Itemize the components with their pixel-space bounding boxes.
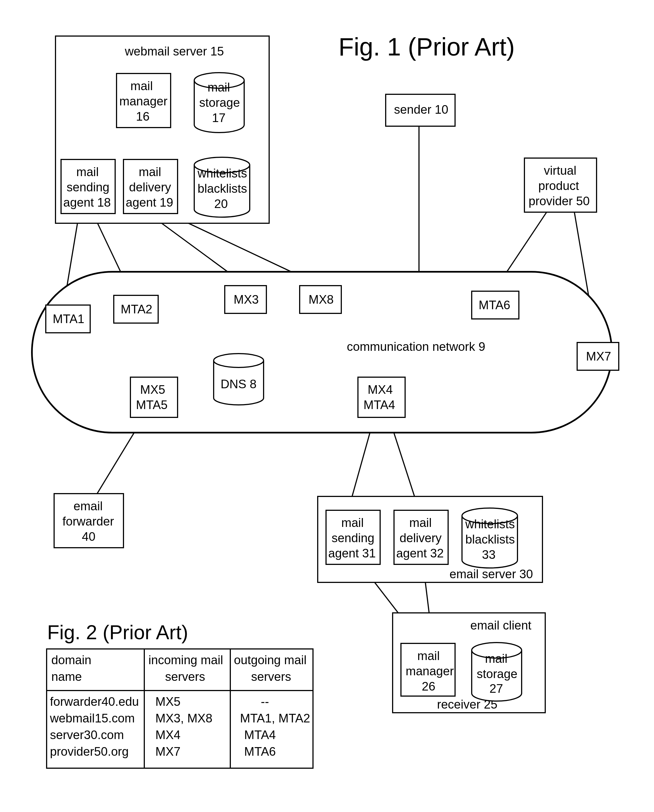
mta6-label: MTA6 (479, 298, 510, 312)
msa31-l3: agent 31 (328, 546, 376, 560)
mx4-l1: MX4 (368, 383, 393, 396)
mx8-label: MX8 (309, 293, 333, 306)
vpp50-l1: virtual (544, 163, 576, 177)
mda19-l3: agent 19 (126, 195, 173, 209)
msa31-l2: sending (332, 531, 374, 545)
tbl-r2c0: server30.com (50, 728, 124, 742)
fwd40-l2: forwarder (63, 514, 114, 528)
mx7-label: MX7 (586, 350, 611, 363)
wl20-l1: whitelists (197, 166, 247, 180)
wl20-l2: blacklists (197, 182, 247, 195)
mm16-l1: mail (130, 79, 153, 93)
mda32-l2: delivery (400, 531, 442, 545)
wl33-l1: whitelists (465, 517, 515, 531)
tbl-r1c2: MTA1, MTA2 (240, 711, 310, 725)
msa18-l3: agent 18 (63, 195, 111, 209)
mta2-label: MTA2 (121, 302, 152, 316)
wl20-l3: 20 (214, 197, 228, 211)
ms27-l3: 27 (489, 682, 503, 695)
ms17-l1: mail (208, 81, 230, 94)
comm-net-label: communication network 9 (347, 340, 485, 353)
mx5-l2: MTA5 (136, 398, 168, 412)
tbl-r0c1: MX5 (155, 695, 180, 708)
fwd40-l1: email (73, 499, 103, 513)
msa18-l1: mail (76, 165, 99, 179)
tbl-r2c2: MTA4 (244, 728, 276, 742)
mm16-l3: 16 (136, 110, 150, 123)
vpp50-l3: provider 50 (529, 194, 590, 208)
ms27-l2: storage (477, 667, 518, 681)
tbl-r0c0: forwarder40.edu (50, 695, 139, 708)
mta1-label: MTA1 (53, 312, 84, 325)
tbl-r3c2: MTA6 (244, 745, 276, 758)
mm26-l2: manager (406, 664, 454, 678)
mx3-label: MX3 (234, 293, 258, 306)
mx4-l2: MTA4 (364, 398, 395, 412)
mda32-l3: agent 32 (396, 546, 444, 560)
vpp50-l2: product (538, 179, 579, 192)
msa18-l2: sending (67, 180, 109, 194)
tbl-r3c1: MX7 (155, 745, 180, 758)
tbl-h3a: outgoing mail (234, 653, 307, 667)
tbl-h1a: domain (51, 653, 91, 667)
mm26-l3: 26 (422, 679, 435, 693)
tbl-h3b: servers (251, 670, 291, 683)
email-client-label: email client (470, 618, 531, 632)
diagram-canvas: Fig. 1 (Prior Art) webmail server 15 mai… (0, 0, 654, 812)
dns8-label: DNS 8 (221, 377, 257, 391)
mm16-l2: manager (119, 94, 168, 108)
wl33-l3: 33 (482, 548, 495, 561)
ms17-l3: 17 (212, 111, 226, 125)
tbl-r1c0: webmail15.com (50, 711, 135, 725)
sender-10-label: sender 10 (394, 102, 448, 116)
tbl-r0c2: -- (261, 695, 269, 708)
wl33-l2: blacklists (465, 533, 515, 546)
tbl-h2b: servers (165, 670, 205, 683)
email-server-30-label: email server 30 (449, 567, 533, 581)
mda19-l2: delivery (129, 180, 171, 194)
ms17-l2: storage (199, 96, 240, 109)
tbl-r3c0: provider50.org (50, 745, 129, 758)
msa31-l1: mail (341, 516, 364, 530)
fwd40-l3: 40 (82, 530, 95, 543)
mda32-l1: mail (409, 516, 432, 530)
fig2-title: Fig. 2 (Prior Art) (47, 621, 188, 643)
mm26-l1: mail (417, 649, 440, 662)
tbl-h2a: incoming mail (148, 653, 223, 667)
mx5-l1: MX5 (140, 383, 165, 396)
ms27-l1: mail (485, 652, 507, 665)
fig1-title: Fig. 1 (Prior Art) (339, 33, 515, 61)
mda19-l1: mail (139, 165, 161, 179)
tbl-r2c1: MX4 (155, 728, 180, 742)
webmail-server-label: webmail server 15 (125, 44, 224, 58)
tbl-r1c1: MX3, MX8 (155, 711, 212, 725)
tbl-h1b: name (51, 670, 82, 683)
